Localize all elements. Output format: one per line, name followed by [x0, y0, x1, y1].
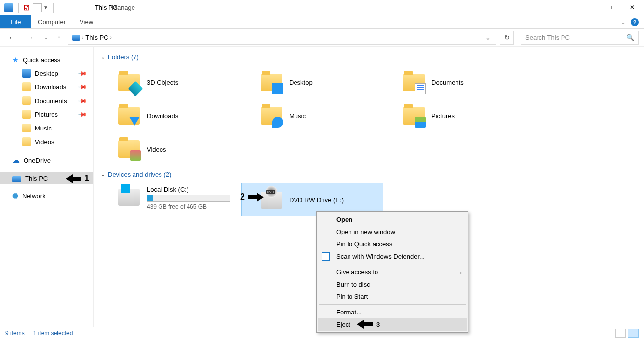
menu-open[interactable]: Open [318, 213, 467, 226]
back-button[interactable]: ← [5, 33, 19, 42]
tree-label: Network [22, 192, 46, 200]
tree-music[interactable]: Music [0, 121, 93, 135]
pc-icon [72, 35, 80, 41]
menu-format[interactable]: Format... [318, 306, 467, 318]
menu-scan-defender[interactable]: Scan with Windows Defender... [318, 250, 467, 262]
maximize-button[interactable]: □ [598, 0, 621, 15]
annotation-number: 1 [84, 173, 89, 183]
status-bar: 9 items 1 item selected [0, 327, 644, 339]
drive-local-c[interactable]: Local Disk (C:) 439 GB free of 465 GB [99, 183, 241, 216]
folder-icon [22, 96, 31, 105]
ribbon-expand-icon[interactable]: ⌄ [621, 19, 626, 26]
view-large-icons-button[interactable] [628, 329, 639, 338]
pc-icon [4, 3, 13, 12]
drive-label: Local Disk (C:) [147, 186, 230, 193]
crumb-sep-icon[interactable]: › [108, 35, 114, 40]
file-tab[interactable]: File [0, 15, 31, 28]
folder-icon [22, 69, 31, 78]
folder-icon [22, 124, 31, 132]
search-box[interactable]: Search This PC 🔍 [521, 31, 639, 45]
separator [18, 3, 19, 13]
folder-documents[interactable]: Documents [383, 66, 526, 99]
tree-label: Pictures [35, 111, 58, 118]
crumb-thispc[interactable]: This PC [85, 34, 108, 41]
quick-access-toolbar: ☑ ▼ [0, 3, 55, 13]
refresh-button[interactable]: ↻ [500, 31, 514, 45]
crumb-sep-icon[interactable]: › [80, 35, 85, 40]
section-title: Folders (7) [108, 53, 139, 61]
annotation-arrow-icon [66, 174, 82, 183]
tree-label: Desktop [35, 70, 58, 77]
properties-icon[interactable]: ☑ [24, 4, 30, 11]
folder-label: Pictures [431, 112, 455, 120]
address-bar[interactable]: › This PC › ⌄ [68, 31, 496, 45]
pin-icon: 📌 [78, 68, 88, 78]
tab-computer[interactable]: Computer [31, 15, 73, 28]
tree-label: OneDrive [24, 157, 51, 164]
annotation-arrow-icon [247, 193, 264, 202]
folder-label: 3D Objects [147, 79, 178, 86]
chevron-right-icon: › [460, 269, 462, 276]
menu-separator [319, 264, 466, 264]
tree-label: Videos [35, 138, 54, 146]
folder-label: Desktop [289, 79, 313, 86]
menu-pin-start[interactable]: Pin to Start [318, 290, 467, 303]
tree-pictures[interactable]: Pictures📌 [0, 107, 93, 121]
tree-onedrive[interactable]: ☁OneDrive [0, 154, 93, 167]
folder-3d-objects[interactable]: 3D Objects [99, 66, 241, 99]
tab-manage[interactable]: Manage [104, 0, 143, 14]
annotation-number: 2 [240, 192, 245, 202]
menu-separator [319, 304, 466, 305]
folder-pictures[interactable]: Pictures [383, 99, 526, 132]
menu-label: Scan with Windows Defender... [336, 253, 425, 260]
folder-icon [22, 137, 31, 146]
tree-videos[interactable]: Videos [0, 135, 93, 149]
window-controls: – □ ✕ [576, 0, 644, 15]
menu-label: Give access to [336, 268, 378, 276]
close-button[interactable]: ✕ [621, 0, 644, 15]
address-history-icon[interactable]: ⌄ [483, 34, 494, 41]
recent-dropdown-icon[interactable]: ⌄ [41, 35, 51, 40]
section-drives-header[interactable]: ⌄Devices and drives (2) [99, 171, 644, 183]
pc-icon [12, 176, 21, 182]
menu-give-access[interactable]: Give access to› [318, 266, 467, 278]
view-details-button[interactable] [615, 329, 626, 338]
minimize-button[interactable]: – [576, 0, 598, 15]
chevron-down-icon: ⌄ [101, 54, 105, 60]
search-icon[interactable]: 🔍 [626, 34, 634, 41]
folder-music[interactable]: Music [241, 99, 383, 132]
new-folder-icon[interactable] [33, 3, 42, 12]
folder-downloads[interactable]: Downloads [99, 99, 241, 132]
tree-label: This PC [25, 175, 48, 182]
menu-open-new-window[interactable]: Open in new window [318, 226, 467, 238]
qat-dropdown-icon[interactable]: ▼ [43, 5, 48, 10]
tree-network[interactable]: ⬣Network [0, 189, 93, 202]
star-icon: ★ [12, 56, 19, 64]
folder-desktop[interactable]: Desktop [241, 66, 383, 99]
folder-label: Videos [147, 146, 166, 153]
status-item-count: 9 items [5, 330, 25, 337]
context-menu: Open Open in new window Pin to Quick acc… [316, 211, 468, 333]
tree-desktop[interactable]: Desktop📌 [0, 66, 93, 80]
separator [53, 3, 54, 13]
tree-label: Downloads [35, 83, 66, 91]
shield-icon [322, 252, 330, 261]
tab-view[interactable]: View [73, 15, 100, 28]
menu-burn-disc[interactable]: Burn to disc [318, 278, 467, 290]
network-icon: ⬣ [12, 192, 18, 200]
tree-label: Music [35, 125, 52, 132]
folder-videos[interactable]: Videos [99, 132, 241, 166]
folder-icon [22, 110, 31, 119]
up-button[interactable]: ↑ [54, 34, 64, 42]
menu-pin-quick-access[interactable]: Pin to Quick access [318, 238, 467, 250]
tree-downloads[interactable]: Downloads📌 [0, 80, 93, 94]
drive-free-label: 439 GB free of 465 GB [147, 203, 230, 210]
tree-this-pc[interactable]: This PC 1 [0, 172, 93, 184]
pin-icon: 📌 [78, 96, 88, 106]
tree-quick-access[interactable]: ★ Quick access [0, 53, 93, 66]
folders-grid: 3D Objects Desktop Documents Downloads M… [99, 66, 644, 166]
help-icon[interactable]: ? [631, 18, 639, 26]
forward-button[interactable]: → [23, 33, 37, 42]
tree-documents[interactable]: Documents📌 [0, 94, 93, 107]
section-folders-header[interactable]: ⌄Folders (7) [99, 53, 644, 66]
